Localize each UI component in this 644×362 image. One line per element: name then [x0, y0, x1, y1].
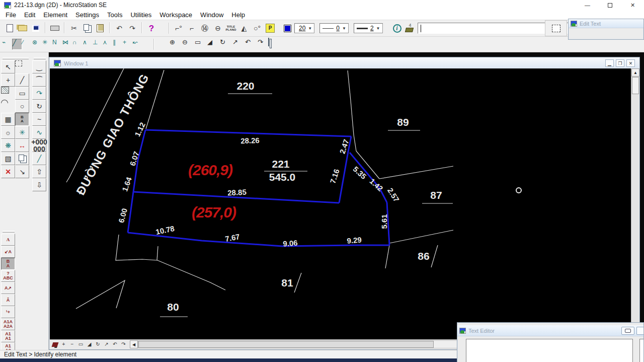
dimension-radial-button[interactable]: ⊖	[212, 22, 224, 34]
minimize-button[interactable]: —	[576, 0, 599, 10]
snap-bisector-button[interactable]: ⋈	[62, 39, 72, 50]
redo-button[interactable]: ↷	[126, 22, 138, 34]
place-point-curve-tool[interactable]: ∿	[32, 126, 46, 139]
move-down-tool[interactable]: ⇩	[32, 178, 46, 191]
vertical-scroll-thumb[interactable]	[632, 77, 639, 94]
color-palette-tool[interactable]: ▧	[1, 152, 15, 165]
pattern-tool[interactable]	[1, 87, 9, 94]
zoom-out-button[interactable]: ⊖	[182, 38, 195, 50]
points-tool[interactable]: ✳	[15, 126, 29, 139]
undo-button[interactable]: ↶	[113, 22, 125, 34]
fence-icon[interactable]	[552, 25, 560, 32]
text-editor-close-button[interactable]	[636, 327, 643, 335]
window1-restore-button[interactable]: ❐	[616, 59, 624, 67]
palette-grip[interactable]	[3, 231, 15, 233]
scale-tool[interactable]: ↘	[15, 165, 29, 178]
place-point-tool[interactable]: +	[1, 74, 15, 87]
scroll-up-button[interactable]: ▲	[631, 68, 639, 77]
element-selection-tool[interactable]: ↖	[1, 60, 15, 74]
place-arc-edge-tool[interactable]: ⁀	[32, 74, 46, 87]
change-text-attributes-tool[interactable]: Ã	[1, 294, 15, 306]
copy-button[interactable]	[81, 22, 93, 34]
copy-element-tool[interactable]	[15, 152, 29, 165]
restore-button[interactable]	[599, 0, 621, 10]
fit-view-button[interactable]: ◢	[207, 38, 220, 50]
snap-midpoint-button[interactable]: ⊗	[32, 39, 42, 50]
vertical-scrollbar[interactable]: ▲	[631, 68, 639, 340]
update-view-button[interactable]	[51, 340, 59, 348]
help-button[interactable]: ?	[145, 22, 157, 34]
view-previous-button[interactable]: ↶	[111, 340, 119, 348]
rotate-element-tool[interactable]: ↻	[32, 100, 46, 113]
snap-point-through-button[interactable]: +	[123, 39, 133, 50]
snap-parallel-button[interactable]: ∥	[113, 39, 123, 50]
pan-view-button[interactable]: ↗	[232, 38, 245, 50]
palette-grip[interactable]	[3, 57, 29, 59]
text-tool[interactable]: B A	[15, 113, 29, 126]
palette-grip[interactable]	[34, 57, 46, 59]
menu-element[interactable]: Element	[39, 11, 71, 19]
place-arc-tool[interactable]	[1, 100, 8, 103]
fence-tool[interactable]	[15, 60, 22, 66]
edit-text-titlebar[interactable]: Edit Text	[569, 19, 643, 28]
copy-view-button[interactable]	[270, 38, 283, 50]
place-note-tool[interactable]: ↙A	[1, 246, 15, 258]
open-file-button[interactable]	[17, 22, 29, 34]
window-area-button[interactable]: ▭	[76, 340, 85, 348]
snap-origin-button[interactable]: N	[52, 39, 62, 50]
window1-minimize-button[interactable]: ▁	[605, 59, 614, 67]
dimension-element-button[interactable]: ⌐°	[173, 22, 185, 34]
place-circle-tool[interactable]: ○	[15, 100, 29, 113]
xy-coordinates-tool[interactable]: +000 000	[32, 139, 46, 152]
app-titlebar[interactable]: 221-13.dgn (2D) - MicroStation SE — ✕	[0, 0, 644, 10]
line-weight-combo[interactable]: 2 ▼	[354, 23, 383, 33]
modify-arc-tool[interactable]: ↷	[32, 87, 46, 100]
print-button[interactable]	[49, 22, 61, 34]
geographic-location-button[interactable]: ○°	[251, 22, 263, 34]
modify-segment-tool[interactable]: ╱	[32, 152, 46, 165]
cells-tool[interactable]: ▦	[1, 113, 15, 126]
new-file-button[interactable]	[4, 22, 16, 34]
display-text-attributes-tool[interactable]: ? ABC	[1, 270, 15, 282]
snap-intersection-button[interactable]: ∩	[72, 39, 83, 50]
place-line-tool[interactable]: ╱	[15, 74, 29, 87]
move-up-tool[interactable]: ⇧	[32, 165, 46, 178]
scroll-left-button[interactable]: ◀	[130, 340, 138, 348]
view-previous-button[interactable]: ↶	[245, 38, 258, 50]
window1-titlebar[interactable]: Window 1 ▁ ❐ ✕	[50, 58, 639, 68]
snap-center-button[interactable]: ✳	[42, 39, 52, 50]
pan-view-button[interactable]: ↗	[102, 340, 111, 348]
horizontal-scroll-thumb[interactable]	[138, 341, 434, 348]
place-text-tool[interactable]: A	[1, 234, 15, 246]
zoom-in-button[interactable]: +	[59, 340, 68, 348]
text-editor-titlebar[interactable]: Text Editor	[457, 325, 643, 336]
zoom-out-button[interactable]: −	[68, 340, 76, 348]
save-button[interactable]	[30, 22, 42, 34]
place-text-node-tool[interactable]: ¹+	[1, 306, 15, 318]
active-color-chip[interactable]	[284, 25, 291, 32]
keyin-icon[interactable]	[404, 23, 414, 33]
snap-toggle-button[interactable]: ⌁	[2, 39, 12, 50]
text-editor-minimize-button[interactable]	[621, 327, 634, 335]
snap-perpendicular-button[interactable]: ⋏	[103, 39, 113, 50]
place-stream-curve-tool[interactable]: ~	[32, 113, 46, 126]
paste-button[interactable]	[94, 22, 106, 34]
menu-edit[interactable]: Edit	[20, 11, 39, 19]
snap-tangent-point-button[interactable]: ⊥	[93, 39, 103, 50]
menu-utilities[interactable]: Utilities	[126, 11, 155, 19]
snap-tangent-button[interactable]: ∧	[83, 39, 93, 50]
menu-settings[interactable]: Settings	[71, 11, 103, 19]
menu-tools[interactable]: Tools	[103, 11, 126, 19]
window-area-button[interactable]: ▭	[195, 38, 207, 50]
view-next-button[interactable]: ↷	[119, 340, 128, 348]
label-line-button[interactable]: TITLE PLANO	[225, 22, 237, 34]
change-attributes-tool[interactable]: ☼	[1, 126, 15, 139]
place-label-button[interactable]: P	[266, 24, 275, 33]
measure-tool[interactable]: ↔	[15, 139, 29, 152]
snap-keypoint-button[interactable]: ∕	[22, 39, 32, 50]
edit-text-tool[interactable]: B A	[1, 258, 15, 270]
info-icon[interactable]: i	[393, 24, 401, 33]
fit-view-button[interactable]: ◢	[85, 340, 94, 348]
cut-button[interactable]: ✂	[68, 22, 80, 34]
rotate-view-button[interactable]: ↻	[94, 340, 102, 348]
